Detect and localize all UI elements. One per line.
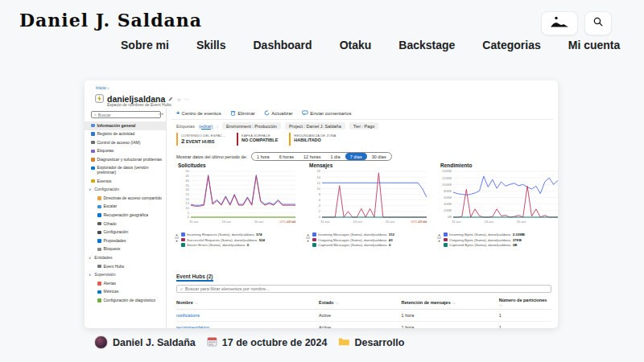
tags-icon	[91, 150, 95, 154]
tag-chip[interactable]: Project : Daniel J. Saldaña	[285, 122, 345, 130]
nav-item-categorias[interactable]: Categorias	[482, 39, 540, 51]
nav-item-mi-cuenta[interactable]: Mi cuenta	[568, 39, 621, 51]
tags-row: Etiquetas (editar) : Environment : Produ…	[176, 122, 378, 130]
period-pill-30-días[interactable]: 30 días	[367, 153, 391, 160]
sidebar-item-event-hubs[interactable]: Event Hubs	[85, 262, 166, 271]
calendar-icon	[207, 336, 217, 349]
pencil-icon[interactable]	[168, 97, 173, 102]
azure-sidebar-search[interactable]: ⌕	[91, 111, 161, 118]
nav-item-otaku[interactable]: Otaku	[340, 39, 372, 51]
event-hubs-icon	[97, 265, 101, 269]
svg-text:80KB: 80KB	[444, 189, 452, 193]
nav-item-skills[interactable]: Skills	[196, 39, 226, 51]
sidebar-item-entidades[interactable]: ∨Entidades	[85, 254, 166, 263]
tags-edit-link[interactable]: (editar)	[199, 124, 213, 129]
hubs-filter-input[interactable]	[185, 286, 547, 291]
period-pill-7-días[interactable]: 7 días	[345, 153, 367, 160]
sort-icon: ↑↓	[335, 301, 339, 305]
tag-chip[interactable]: Tier : Pago	[349, 122, 379, 130]
period-pill-1-día[interactable]: 1 día	[325, 153, 345, 160]
azure-toolbar: +Centro de eventosEliminarActualizarEnvi…	[176, 110, 352, 116]
nav-item-backstage[interactable]: Backstage	[398, 39, 455, 51]
legend-item: Server Errors (Suma), danieljsaldana0	[181, 243, 265, 247]
period-pill-12-horas[interactable]: 12 horas	[299, 153, 325, 160]
sidebar-item-directivas-de-acceso-compartido[interactable]: Directivas de acceso compartido	[85, 194, 166, 203]
sidebar-item-recuperaci-n-geogr-fica[interactable]: Recuperación geográfica	[85, 212, 166, 220]
sidebar-item-explorador-de-datos-versi-n-preliminar-[interactable]: Explorador de datos (versión preliminar)	[85, 164, 166, 177]
sidebar-item-escalar[interactable]: Escalar	[85, 203, 166, 212]
legend-pager[interactable]: ▲1/2▼	[306, 232, 310, 247]
azure-sidebar-search-input[interactable]	[98, 113, 147, 117]
breadcrumb[interactable]: Inicio ›	[96, 85, 109, 90]
search-button[interactable]	[584, 11, 612, 35]
sidebar-item-informaci-n-general[interactable]: Información general	[85, 121, 166, 130]
period-pill-6-horas[interactable]: 6 horas	[275, 153, 299, 160]
tag-chip[interactable]: Environment : Producción	[222, 122, 281, 130]
author-avatar[interactable]	[94, 335, 108, 349]
summary-badge: CONTENIDO DEL ESPAC...2EVENT HUBS	[176, 133, 230, 146]
event-hubs-table: Nombre ↑↓Estado ↑↓Retención de mensajes …	[176, 296, 551, 328]
svg-text:35: 35	[186, 183, 190, 187]
tags-label: Etiquetas	[176, 124, 195, 129]
post-category[interactable]: Desarrollo	[354, 337, 404, 348]
sidebar-item-diagnosticar-y-solucionar-problemas[interactable]: Diagnosticar y solucionar problemas	[85, 155, 166, 164]
legend-item: Successful Requests (Suma), danieljsalda…	[181, 238, 265, 242]
period-pill-1-hora[interactable]: 1 hora	[252, 153, 275, 160]
svg-text:25: 25	[186, 192, 190, 196]
legend-item: Incoming Bytes (Suma), danieljsaldana2,3…	[444, 232, 525, 237]
post-meta: Daniel J. Saldaña 17 de octubre de 2024 …	[94, 335, 404, 349]
toolbar-eliminar[interactable]: Eliminar	[230, 110, 255, 116]
sidebar-collapse-icon[interactable]: ‹ «	[159, 111, 163, 116]
legend-swatch	[312, 243, 316, 247]
sidebar-item-configuraci-n-de-diagn-stico[interactable]: Configuración de diagnóstico	[85, 296, 166, 305]
properties-icon	[97, 239, 101, 243]
sidebar-item-alertas[interactable]: Alertas	[85, 279, 166, 288]
legend-swatch	[444, 232, 448, 237]
toolbar-actualizar[interactable]: Actualizar	[264, 110, 293, 116]
sidebar-item-configuraci-n[interactable]: Configuración	[85, 228, 166, 237]
theme-toggle-button[interactable]	[541, 11, 578, 35]
column-header-nombre[interactable]: Nombre ↑↓	[176, 296, 319, 310]
sidebar-item-supervisi-n[interactable]: ∨Supervisión	[85, 271, 166, 280]
legend-swatch	[444, 238, 448, 242]
legend-pager[interactable]: ▲1/2▼	[437, 232, 441, 247]
column-header-estado[interactable]: Estado ↑↓	[319, 296, 402, 310]
nav-item-dashboard[interactable]: Dashboard	[254, 39, 312, 51]
sidebar-item-bloqueos[interactable]: Bloqueos	[85, 245, 166, 254]
chevron-down-icon: ∨	[89, 187, 91, 192]
hub-name-link[interactable]: notifications	[176, 310, 319, 322]
sidebar-item-control-de-acceso-iam-[interactable]: Control de acceso (IAM)	[85, 138, 166, 147]
sidebar-item-eventos[interactable]: Eventos	[85, 177, 166, 186]
nav-item-sobre-mi[interactable]: Sobre mi	[121, 39, 169, 51]
author-name[interactable]: Daniel J. Saldaña	[113, 337, 196, 348]
resource-subtitle: Espacio de nombres de Event Hubs	[107, 102, 171, 107]
post-image-azure-portal: Inicio › danieljsaldana ☆ ··· Espacio de…	[85, 80, 558, 328]
sidebar-item-registro-de-actividad[interactable]: Registro de actividad	[85, 130, 166, 139]
hub-name-link[interactable]: recommendation	[176, 322, 319, 329]
sidebar-item-etiquetas[interactable]: Etiquetas	[85, 147, 166, 156]
sidebar-item-m-tricas[interactable]: Métricas	[85, 288, 166, 297]
sidebar-item-configuraci-n[interactable]: ∨Configuración	[85, 186, 166, 195]
legend-swatch	[181, 243, 185, 247]
sidebar-item-propiedades[interactable]: Propiedades	[85, 237, 166, 245]
sidebar-item-cifrado[interactable]: Cifrado	[85, 220, 166, 228]
event-hubs-tab[interactable]: Event Hubs (2)	[176, 274, 213, 282]
legend-swatch	[181, 232, 185, 237]
feedback-icon	[302, 110, 308, 116]
svg-text:8: 8	[319, 192, 321, 196]
column-header-retenci-n-de-mensajes[interactable]: Retención de mensajes ↑↓	[402, 296, 499, 310]
svg-text:10: 10	[186, 206, 190, 210]
site-logo[interactable]: Daniel J. Saldana	[19, 10, 202, 31]
toolbar-enviar-comentarios[interactable]: Enviar comentarios	[302, 110, 352, 116]
svg-text:50: 50	[186, 169, 190, 173]
period-pills: 1 hora6 horas12 horas1 día7 días30 días	[251, 152, 392, 161]
legend-pager[interactable]: ▲1/2▼	[175, 232, 179, 247]
hubs-filter[interactable]: ⌕	[176, 285, 551, 293]
legend-swatch	[181, 238, 185, 242]
column-header-n-mero-de-particiones[interactable]: Número de particiones ↑↓	[499, 296, 551, 310]
svg-text:0B: 0B	[448, 215, 452, 219]
toolbar-centro-de-eventos[interactable]: +Centro de eventos	[176, 110, 221, 116]
more-options-icon[interactable]: ···	[184, 97, 189, 101]
event-hubs-namespace-icon	[95, 92, 104, 106]
star-icon[interactable]: ☆	[176, 97, 180, 102]
